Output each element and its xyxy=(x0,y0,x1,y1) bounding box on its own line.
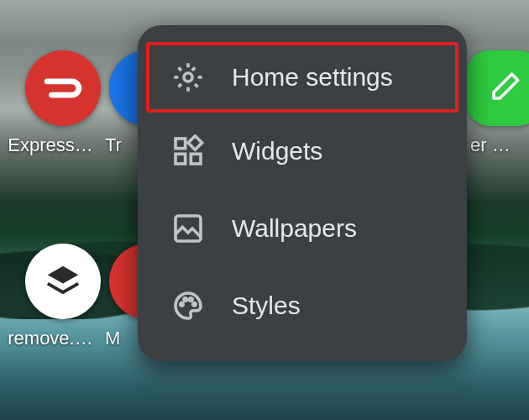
menu-label: Home settings xyxy=(232,63,393,92)
svg-rect-1 xyxy=(175,139,186,149)
app-label-expressvpn: Express… xyxy=(0,134,105,156)
widgets-icon xyxy=(170,133,207,170)
svg-point-8 xyxy=(190,298,192,301)
home-screen: Express… Tr er … remove.… M Home setting… xyxy=(0,0,529,420)
app-removebg[interactable] xyxy=(25,244,101,319)
menu-label: Wallpapers xyxy=(232,214,357,243)
app-label-tr-partial: Tr xyxy=(105,134,139,156)
app-er-partial[interactable] xyxy=(466,50,529,126)
pencil-icon xyxy=(484,68,524,108)
menu-label: Widgets xyxy=(232,137,322,165)
menu-label: Styles xyxy=(232,291,301,320)
svg-rect-3 xyxy=(191,154,201,164)
layers-icon xyxy=(41,260,85,303)
svg-point-9 xyxy=(193,303,196,306)
expressvpn-icon xyxy=(40,66,86,111)
wallpaper-icon xyxy=(170,210,207,247)
svg-point-0 xyxy=(184,73,192,81)
svg-rect-2 xyxy=(175,154,186,164)
svg-rect-4 xyxy=(188,136,202,150)
svg-point-6 xyxy=(181,303,183,306)
app-label-er-partial: er … xyxy=(470,134,529,156)
svg-point-7 xyxy=(184,298,186,301)
app-label-m-partial: M xyxy=(105,328,139,349)
app-label-removebg: remove.… xyxy=(0,328,105,349)
palette-icon xyxy=(170,287,207,324)
menu-item-home-settings[interactable]: Home settings xyxy=(146,42,458,113)
app-expressvpn[interactable] xyxy=(25,50,101,126)
menu-item-styles[interactable]: Styles xyxy=(138,267,467,344)
menu-item-wallpapers[interactable]: Wallpapers xyxy=(138,190,467,267)
gear-icon xyxy=(170,59,207,96)
menu-item-widgets[interactable]: Widgets xyxy=(138,113,467,190)
home-context-menu: Home settings Widgets Wallpapers Styles xyxy=(138,25,467,361)
